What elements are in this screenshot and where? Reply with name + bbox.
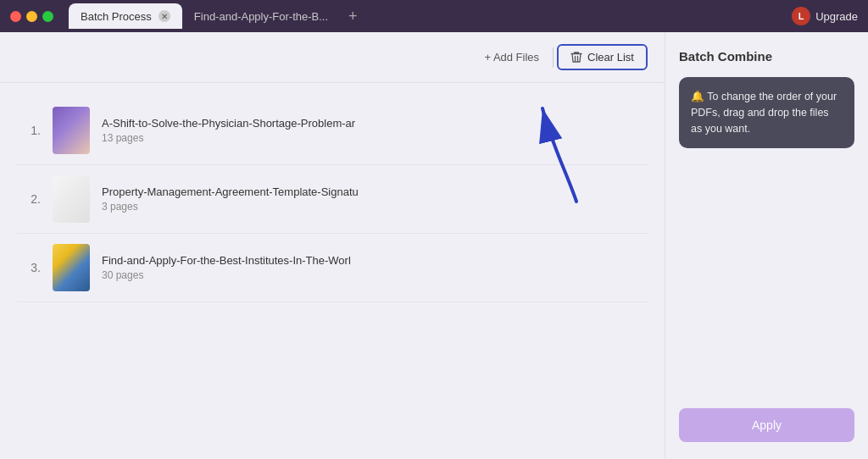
file-number-1: 1. [24, 124, 41, 137]
close-traffic-light[interactable] [10, 11, 21, 22]
tab-find-apply[interactable]: Find-and-Apply-For-the-B... [182, 3, 340, 29]
file-list: 1. A-Shift-to-Solve-the-Physician-Shorta… [0, 83, 665, 459]
content-wrapper: + Add Files Clear List 1. A-Shift-t [0, 32, 665, 459]
tab-close-icon[interactable]: ✕ [159, 10, 170, 22]
table-row[interactable]: 2. Property-Management-Agreement-Templat… [17, 165, 648, 234]
avatar: L [792, 7, 810, 25]
file-info-2: Property-Management-Agreement-Template-S… [102, 185, 641, 213]
toolbar: + Add Files Clear List [0, 32, 665, 83]
file-name-2: Property-Management-Agreement-Template-S… [102, 185, 641, 198]
maximize-traffic-light[interactable] [42, 11, 53, 22]
add-files-button[interactable]: + Add Files [474, 46, 549, 69]
main-area: + Add Files Clear List 1. A-Shift-t [0, 32, 868, 459]
toolbar-divider [553, 47, 554, 68]
add-files-label: + Add Files [484, 51, 539, 64]
file-number-2: 2. [24, 192, 41, 206]
file-thumbnail-3 [53, 244, 90, 291]
clear-list-button[interactable]: Clear List [557, 44, 648, 70]
file-thumbnail-1 [53, 107, 90, 154]
right-panel: Batch Combine 🔔 To change the order of y… [665, 32, 868, 459]
file-list-panel: + Add Files Clear List 1. A-Shift-t [0, 32, 665, 459]
hint-text: 🔔 To change the order of your PDFs, drag… [691, 91, 837, 135]
file-name-3: Find-and-Apply-For-the-Best-Institutes-I… [102, 254, 641, 267]
trash-icon [570, 51, 582, 64]
new-tab-button[interactable]: + [340, 8, 366, 25]
apply-button[interactable]: Apply [679, 408, 854, 442]
file-pages-1: 13 pages [102, 132, 641, 144]
table-row[interactable]: 3. Find-and-Apply-For-the-Best-Institute… [17, 234, 648, 302]
hint-box: 🔔 To change the order of your PDFs, drag… [679, 77, 854, 148]
titlebar: Batch Process ✕ Find-and-Apply-For-the-B… [0, 0, 868, 32]
file-info-3: Find-and-Apply-For-the-Best-Institutes-I… [102, 254, 641, 281]
traffic-lights [10, 11, 53, 22]
tab-bar: Batch Process ✕ Find-and-Apply-For-the-B… [69, 0, 366, 32]
file-info-1: A-Shift-to-Solve-the-Physician-Shortage-… [102, 117, 641, 144]
tab-batch-process[interactable]: Batch Process ✕ [69, 3, 182, 29]
tab-batch-process-label: Batch Process [81, 10, 152, 23]
minimize-traffic-light[interactable] [26, 11, 37, 22]
clear-list-label: Clear List [587, 51, 634, 64]
file-pages-2: 3 pages [102, 201, 641, 213]
file-pages-3: 30 pages [102, 269, 641, 281]
upgrade-button[interactable]: L Upgrade [792, 7, 858, 25]
panel-title: Batch Combine [679, 49, 854, 64]
file-thumbnail-2 [53, 175, 90, 223]
tab-find-apply-label: Find-and-Apply-For-the-B... [194, 10, 328, 23]
file-name-1: A-Shift-to-Solve-the-Physician-Shortage-… [102, 117, 641, 130]
file-number-3: 3. [24, 261, 41, 274]
table-row[interactable]: 1. A-Shift-to-Solve-the-Physician-Shorta… [17, 97, 648, 165]
upgrade-label: Upgrade [815, 10, 858, 23]
